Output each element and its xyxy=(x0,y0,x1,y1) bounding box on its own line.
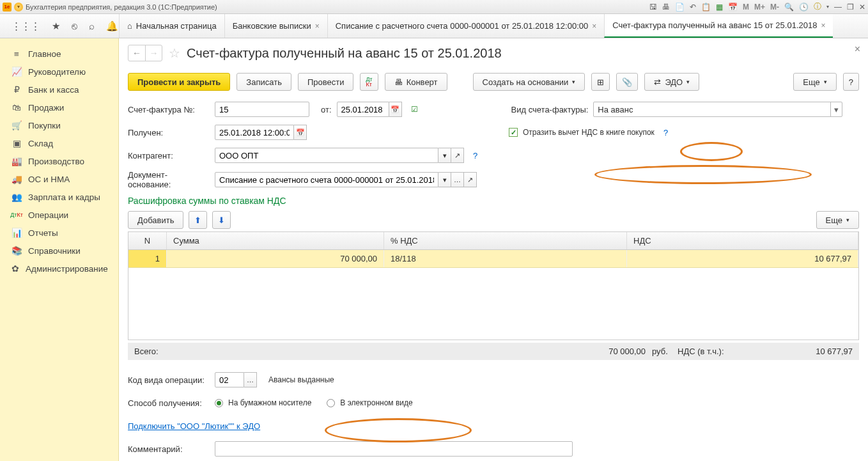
clock-icon[interactable]: 🕓 xyxy=(799,3,809,12)
chevron-down-icon[interactable]: ▾ xyxy=(826,4,829,10)
star-icon[interactable]: ★ xyxy=(52,20,60,32)
sidebar-item-label: ОС и НМА xyxy=(28,175,70,184)
dtct-button[interactable]: ДтКт xyxy=(360,73,378,91)
received-input[interactable] xyxy=(215,125,294,140)
sidebar-item-reports[interactable]: 📊Отчеты xyxy=(0,224,118,242)
open-icon[interactable]: ↗ xyxy=(451,148,464,163)
mminus-btn[interactable]: M- xyxy=(770,3,779,12)
sidebar-item-warehouse[interactable]: ▣Склад xyxy=(0,134,118,152)
favorite-icon[interactable]: ☆ xyxy=(169,45,180,61)
bell-icon[interactable]: 🔔 xyxy=(106,20,118,32)
factory-icon: 🏭 xyxy=(12,156,22,166)
contragent-input[interactable] xyxy=(215,148,438,163)
connect-edo-link[interactable]: Подключить "ООО "Лютик"" к ЭДО xyxy=(128,421,260,431)
sidebar-item-admin[interactable]: ✿Администрирование xyxy=(0,260,118,277)
attach-button[interactable]: 📎 xyxy=(616,73,638,91)
app-menu-dropdown[interactable]: ▼ xyxy=(14,3,23,12)
sidebar-item-assets[interactable]: 🚚ОС и НМА xyxy=(0,170,118,188)
sf-num-input[interactable] xyxy=(215,102,309,117)
doc-icon[interactable]: 📄 xyxy=(675,3,685,12)
restore-icon[interactable]: ❐ xyxy=(847,3,854,12)
more-button[interactable]: Еще▾ xyxy=(793,73,836,91)
link-icon[interactable]: ⎋ xyxy=(72,20,77,31)
copy-icon[interactable]: 📋 xyxy=(701,3,711,12)
tab-home[interactable]: ⌂ Начальная страница xyxy=(119,14,224,38)
chevron-down-icon[interactable]: ▾ xyxy=(438,172,451,187)
edo-button[interactable]: ⇄ЭДО▾ xyxy=(644,73,699,91)
help-button[interactable]: ? xyxy=(843,73,859,91)
move-down-button[interactable]: ⬇ xyxy=(212,211,231,229)
reflect-checkbox[interactable]: ✓ xyxy=(509,128,518,137)
sidebar-item-purchases[interactable]: 🛒Покупки xyxy=(0,116,118,134)
help-icon[interactable]: ? xyxy=(473,151,477,160)
close-icon[interactable]: ✕ xyxy=(859,3,865,12)
kvo-label: Код вида операции: xyxy=(128,375,210,385)
calendar-icon[interactable]: 📅 xyxy=(389,102,402,117)
col-n[interactable]: N xyxy=(128,232,167,249)
info-icon[interactable]: ⓘ xyxy=(814,1,821,12)
minimize-icon[interactable]: — xyxy=(834,3,842,12)
move-up-button[interactable]: ⬆ xyxy=(189,211,207,229)
sidebar-item-sales[interactable]: 🛍Продажи xyxy=(0,98,118,116)
vid-select[interactable]: На аванс▾ xyxy=(593,102,842,117)
structure-button[interactable]: ⊞ xyxy=(591,73,610,91)
sf-num-label: Счет-фактура №: xyxy=(128,105,210,114)
sidebar-item-main[interactable]: ≡Главное xyxy=(0,45,118,63)
chevron-down-icon[interactable]: ▾ xyxy=(830,102,842,116)
radio-electronic[interactable] xyxy=(327,399,335,407)
save-icon[interactable]: 🖫 xyxy=(649,3,657,12)
add-row-button[interactable]: Добавить xyxy=(128,211,183,229)
mplus-btn[interactable]: M+ xyxy=(754,3,765,12)
tab-bank-statements[interactable]: Банковские выписки× xyxy=(224,14,327,38)
create-based-button[interactable]: Создать на основании▾ xyxy=(473,73,585,91)
tab-close-icon[interactable]: × xyxy=(592,22,596,31)
m-btn[interactable]: M xyxy=(743,3,749,12)
page-close-icon[interactable]: × xyxy=(855,43,860,55)
cart-icon: 🛒 xyxy=(12,120,22,130)
tab-close-icon[interactable]: × xyxy=(315,22,320,31)
col-sum[interactable]: Сумма xyxy=(167,232,384,249)
sf-date-input[interactable] xyxy=(337,102,389,117)
apps-icon[interactable]: ⋮⋮⋮ xyxy=(12,20,40,32)
sidebar-item-operations[interactable]: ДтКтОперации xyxy=(0,206,118,224)
write-button[interactable]: Записать xyxy=(236,73,291,91)
tab-close-icon[interactable]: × xyxy=(821,21,825,30)
kvo-input[interactable] xyxy=(215,372,244,387)
tab-payment[interactable]: Списание с расчетного счета 0000-000001 … xyxy=(327,14,604,38)
calendar-icon[interactable]: 📅 xyxy=(728,3,738,12)
nav-back-forward[interactable]: ←→ xyxy=(128,45,162,61)
sidebar-item-hr[interactable]: 👥Зарплата и кадры xyxy=(0,188,118,206)
sidebar-item-production[interactable]: 🏭Производство xyxy=(0,152,118,170)
total-label: Всего: xyxy=(134,347,575,356)
table-more-button[interactable]: Еще▾ xyxy=(816,211,859,229)
ellipsis-icon[interactable]: … xyxy=(451,172,464,187)
approve-icon[interactable]: ☑ xyxy=(411,105,418,114)
tab-invoice[interactable]: Счет-фактура полученный на аванс 15 от 2… xyxy=(604,14,833,38)
col-nds[interactable]: НДС xyxy=(627,232,858,249)
zoom-icon[interactable]: 🔍 xyxy=(784,3,794,12)
cell-n: 1 xyxy=(128,250,167,267)
comment-input[interactable] xyxy=(215,441,573,457)
chevron-down-icon[interactable]: ▾ xyxy=(438,148,451,163)
help-icon[interactable]: ? xyxy=(663,128,668,137)
table-row[interactable]: 1 70 000,00 18/118 10 677,97 xyxy=(128,250,858,268)
post-close-button[interactable]: Провести и закрыть xyxy=(128,73,230,91)
sidebar-item-bank[interactable]: ₽Банк и касса xyxy=(0,81,118,98)
post-button[interactable]: Провести xyxy=(298,73,354,91)
calendar-icon[interactable]: 📅 xyxy=(294,125,307,140)
calc-icon[interactable]: ▦ xyxy=(716,3,723,12)
back-icon[interactable]: ← xyxy=(128,45,145,61)
sidebar-item-manager[interactable]: 📈Руководителю xyxy=(0,63,118,81)
col-pct[interactable]: % НДС xyxy=(384,232,627,249)
search-icon[interactable]: ⌕ xyxy=(89,20,95,31)
tab-label: Банковские выписки xyxy=(233,21,311,31)
open-icon[interactable]: ↗ xyxy=(464,172,477,187)
undo-icon[interactable]: ↶ xyxy=(690,3,696,12)
sidebar-item-references[interactable]: 📚Справочники xyxy=(0,242,118,260)
doc-basis-input[interactable] xyxy=(215,172,438,187)
ellipsis-icon[interactable]: … xyxy=(244,372,257,387)
convert-button[interactable]: 🖶Конверт xyxy=(385,73,447,91)
forward-icon[interactable]: → xyxy=(145,45,162,61)
print-icon[interactable]: 🖶 xyxy=(662,3,670,12)
radio-paper[interactable] xyxy=(215,399,223,407)
